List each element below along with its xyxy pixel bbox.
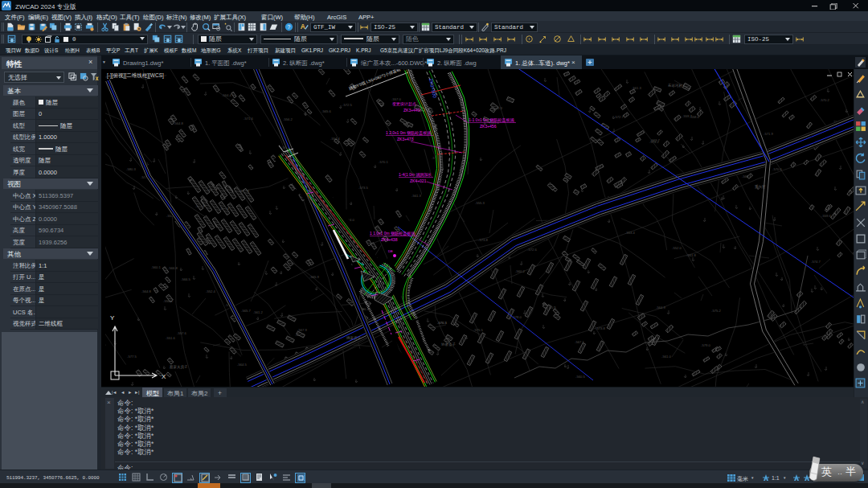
svg-text:-560.1: -560.1 bbox=[151, 265, 162, 269]
svg-text:-570.2: -570.2 bbox=[820, 98, 830, 102]
svg-text:[-][俯视][二维线框][WCS]: [-][俯视][二维线框][WCS] bbox=[107, 72, 164, 79]
svg-text:ZK4+438: ZK4+438 bbox=[381, 237, 398, 242]
svg-text:-560.2: -560.2 bbox=[515, 269, 526, 273]
svg-text:-564.4: -564.4 bbox=[222, 93, 232, 97]
svg-text:-576.5: -576.5 bbox=[437, 321, 448, 325]
svg-text:踏勘YS线 LS5+082勺小排基础: 踏勘YS线 LS5+082勺小排基础 bbox=[348, 69, 401, 91]
svg-text:-577.5: -577.5 bbox=[127, 355, 137, 359]
svg-text:-561.0: -561.0 bbox=[661, 355, 672, 359]
svg-text:-556.2: -556.2 bbox=[283, 117, 293, 121]
svg-text:DE: DE bbox=[388, 249, 393, 253]
svg-text:1-4(1 0m 涵洞加长: 1-4(1 0m 涵洞加长 bbox=[399, 172, 432, 178]
svg-text:协富条子: 协富条子 bbox=[441, 342, 457, 347]
svg-text:-570.6: -570.6 bbox=[772, 167, 783, 171]
svg-text:-575.5: -575.5 bbox=[473, 328, 484, 332]
svg-text:ZK3+440: ZK3+440 bbox=[403, 108, 420, 113]
svg-text:ZK3+473: ZK3+473 bbox=[397, 137, 414, 141]
svg-text:A: A bbox=[301, 23, 305, 31]
svg-text:-573.8: -573.8 bbox=[596, 326, 606, 330]
svg-text:X: X bbox=[162, 373, 166, 380]
svg-text:-580.3: -580.3 bbox=[126, 167, 137, 171]
svg-text:-552.0: -552.0 bbox=[672, 246, 682, 250]
svg-text:-564.9: -564.9 bbox=[656, 306, 666, 310]
svg-text:-571.9: -571.9 bbox=[764, 132, 774, 136]
svg-text:-555.3: -555.3 bbox=[475, 201, 485, 205]
svg-text:-571.6: -571.6 bbox=[244, 117, 254, 121]
svg-text:-564.5: -564.5 bbox=[237, 363, 248, 367]
svg-text:-572.7: -572.7 bbox=[614, 115, 624, 119]
svg-text:-572.6: -572.6 bbox=[527, 248, 538, 252]
svg-text:-574.7: -574.7 bbox=[811, 260, 821, 264]
svg-text:1 2.0x1 0m 钢筋砼盖板涵: 1 2.0x1 0m 钢筋砼盖板涵 bbox=[386, 130, 431, 136]
svg-text:-566.8: -566.8 bbox=[168, 266, 178, 270]
svg-text:-574.2: -574.2 bbox=[649, 140, 660, 144]
svg-text:-567.9: -567.9 bbox=[297, 328, 308, 332]
svg-text:1 1.0x1 0m 钢筋砼盖板涵: 1 1.0x1 0m 钢筋砼盖板涵 bbox=[370, 231, 415, 236]
svg-text:?: ? bbox=[288, 24, 291, 30]
svg-text:-557.6: -557.6 bbox=[177, 331, 187, 335]
svg-text:-573.8: -573.8 bbox=[478, 238, 489, 242]
svg-text:-561.8: -561.8 bbox=[686, 253, 697, 257]
svg-text:-570.1: -570.1 bbox=[379, 160, 389, 164]
svg-text:-559.7: -559.7 bbox=[682, 114, 693, 118]
svg-text:-579.0: -579.0 bbox=[701, 343, 711, 347]
svg-text:-564.8: -564.8 bbox=[141, 289, 152, 293]
svg-text:Y: Y bbox=[110, 314, 115, 322]
svg-text:-573.5: -573.5 bbox=[358, 186, 369, 190]
svg-text:姚家房子: 姚家房子 bbox=[346, 335, 362, 340]
svg-text:-560.5: -560.5 bbox=[575, 375, 586, 379]
svg-text:-575.2: -575.2 bbox=[711, 309, 722, 313]
svg-text:-552.4: -552.4 bbox=[206, 289, 216, 293]
svg-text:-559.6: -559.6 bbox=[821, 214, 832, 218]
svg-text:-551.6: -551.6 bbox=[166, 336, 176, 340]
svg-text:-565.6: -565.6 bbox=[321, 109, 332, 113]
svg-text:蔡家大房子: 蔡家大房子 bbox=[170, 365, 188, 370]
svg-text:-561.3: -561.3 bbox=[411, 194, 422, 198]
svg-text:-553.4: -553.4 bbox=[625, 231, 636, 235]
svg-text:-561.2: -561.2 bbox=[253, 310, 264, 314]
svg-text:1-1 0x1 0m 钢筋砼盖板涵: 1-1 0x1 0m 钢筋砼盖板涵 bbox=[469, 117, 514, 123]
svg-text:变更设计起点: 变更设计起点 bbox=[392, 101, 416, 107]
svg-text:ZK3+456: ZK3+456 bbox=[480, 124, 497, 129]
svg-text:-564.8: -564.8 bbox=[174, 121, 184, 125]
svg-text:-572.5: -572.5 bbox=[342, 103, 353, 107]
svg-text:-565.9: -565.9 bbox=[309, 275, 320, 279]
svg-text:石岩河村: 石岩河村 bbox=[668, 83, 683, 88]
svg-text:ZK4+021: ZK4+021 bbox=[410, 178, 427, 183]
svg-text:-566.5: -566.5 bbox=[181, 277, 191, 281]
svg-text:-578.0: -578.0 bbox=[512, 315, 522, 319]
svg-text:-565.7: -565.7 bbox=[241, 309, 252, 313]
svg-text:重兴屋: 重兴屋 bbox=[755, 184, 766, 189]
